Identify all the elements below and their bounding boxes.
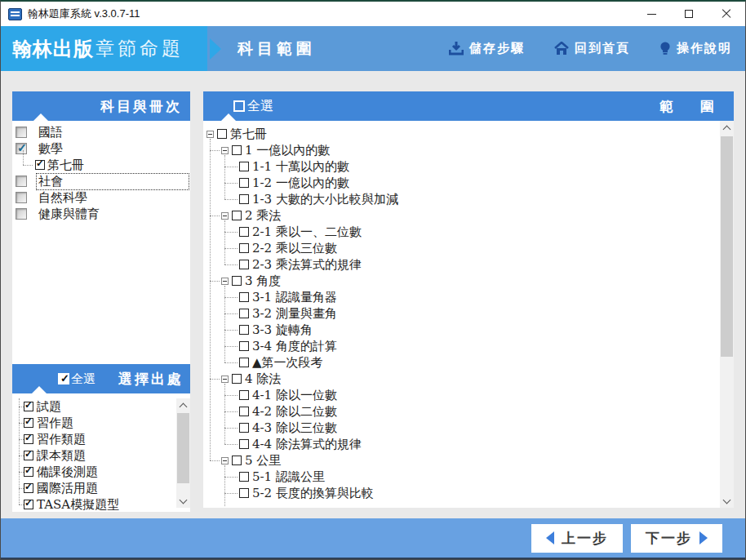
source-row[interactable]: TASA模擬題型 [12, 496, 190, 512]
tree-checkbox[interactable] [239, 358, 249, 367]
volume-row-book7[interactable]: 第七冊 [16, 157, 190, 173]
source-checkbox-checked[interactable] [24, 483, 33, 493]
collapse-icon[interactable] [206, 131, 214, 138]
tree-checkbox[interactable] [239, 325, 249, 335]
tree-checkbox[interactable] [239, 260, 249, 269]
tree-checkbox[interactable] [239, 309, 249, 318]
collapse-icon[interactable] [221, 147, 229, 154]
source-row[interactable]: 課本類題 [12, 447, 190, 464]
scroll-up-button[interactable] [720, 121, 734, 135]
tree-row-section[interactable]: 3-3 旋轉角 [203, 322, 734, 338]
tree-checkbox[interactable] [239, 407, 249, 416]
tree-checkbox[interactable] [232, 456, 242, 465]
source-row[interactable]: 習作題 [12, 415, 190, 431]
scroll-down-button[interactable] [176, 494, 190, 508]
tree-checkbox[interactable] [239, 227, 249, 237]
tree-row-section[interactable]: 4-1 除以一位數 [203, 387, 734, 403]
source-row[interactable]: 試題 [12, 398, 190, 415]
subject-row-social[interactable]: 社會 [16, 173, 190, 189]
subject-checkbox[interactable] [16, 127, 27, 138]
source-checkbox-checked[interactable] [24, 434, 33, 444]
save-icon [449, 42, 464, 56]
scope-scrollbar[interactable] [720, 121, 734, 508]
previous-step-label: 上一步 [562, 529, 608, 548]
scroll-up-button[interactable] [176, 398, 190, 412]
scroll-down-button[interactable] [720, 494, 734, 508]
tree-row-volume[interactable]: 第七冊 [203, 126, 734, 142]
tree-row-chapter[interactable]: 4 除法 [203, 371, 734, 387]
home-button[interactable]: 回到首頁 [554, 41, 630, 56]
tree-row-section[interactable]: 5-1 認識公里 [203, 469, 734, 485]
subject-checkbox[interactable] [16, 208, 27, 220]
tree-checkbox[interactable] [239, 178, 249, 188]
tree-row-chapter[interactable]: 5 公里 [203, 452, 734, 469]
tree-checkbox[interactable] [239, 194, 249, 204]
source-row[interactable]: 習作類題 [12, 431, 190, 447]
volume-checkbox-checked[interactable] [35, 160, 45, 170]
help-button[interactable]: 操作說明 [659, 41, 732, 56]
tree-checkbox[interactable] [217, 129, 227, 139]
tree-row-section[interactable]: 2-2 乘以三位數 [203, 240, 734, 256]
tree-row-section[interactable]: 2-3 乘法算式的規律 [203, 256, 734, 273]
subject-checkbox[interactable] [16, 176, 27, 187]
tree-row-chapter[interactable]: 2 乘法 [203, 207, 734, 224]
tree-row-section[interactable]: 1-3 大數的大小比較與加減 [203, 191, 734, 207]
tree-row-chapter[interactable]: 1 一億以內的數 [203, 142, 734, 158]
tree-checkbox[interactable] [239, 390, 249, 400]
maximize-button[interactable] [670, 2, 708, 26]
subject-checkbox-checked[interactable] [16, 143, 27, 154]
source-row[interactable]: 備課後測題 [12, 464, 190, 480]
tree-checkbox[interactable] [239, 472, 249, 482]
source-checkbox-checked[interactable] [24, 402, 33, 411]
tree-checkbox[interactable] [232, 374, 242, 384]
tree-row-section[interactable]: 3-1 認識量角器 [203, 289, 734, 305]
tree-checkbox[interactable] [239, 423, 249, 433]
tree-label: 2 乘法 [245, 208, 281, 224]
source-checkbox-checked[interactable] [24, 418, 33, 428]
scrollbar-thumb[interactable] [721, 136, 733, 357]
tree-row-section[interactable]: 5-2 長度的換算與比較 [203, 485, 734, 501]
save-steps-button[interactable]: 儲存步驟 [449, 41, 525, 56]
source-row[interactable]: 國際活用題 [12, 480, 190, 496]
tree-row-section[interactable]: 4-4 除法算式的規律 [203, 436, 734, 452]
source-checkbox-checked[interactable] [24, 500, 33, 509]
tree-row-section[interactable]: 4-2 除以二位數 [203, 403, 734, 420]
subject-row-math[interactable]: 數學 [16, 140, 190, 157]
close-button[interactable] [708, 2, 745, 26]
minimize-button[interactable] [633, 2, 670, 26]
collapse-icon[interactable] [221, 457, 229, 464]
sources-scrollbar[interactable] [176, 398, 190, 508]
tree-row-section[interactable]: 3-2 測量與畫角 [203, 305, 734, 322]
collapse-icon[interactable] [221, 376, 229, 383]
tree-checkbox[interactable] [239, 243, 249, 253]
tree-checkbox[interactable] [239, 341, 249, 351]
tree-checkbox[interactable] [239, 439, 249, 449]
source-checkbox-checked[interactable] [24, 467, 33, 477]
tree-row-exam[interactable]: ▲第一次段考 [203, 354, 734, 371]
next-step-button[interactable]: 下一步 [631, 524, 722, 553]
scope-select-all-checkbox[interactable] [233, 100, 245, 112]
subject-row-guoyu[interactable]: 國語 [16, 124, 190, 140]
tree-checkbox[interactable] [239, 292, 249, 302]
tree-line [224, 313, 238, 314]
tree-checkbox[interactable] [232, 276, 242, 286]
source-checkbox-checked[interactable] [24, 451, 33, 460]
subject-checkbox[interactable] [16, 192, 27, 203]
sources-select-all-checkbox[interactable] [58, 373, 69, 384]
subject-row-science[interactable]: 自然科學 [16, 189, 190, 206]
scrollbar-thumb[interactable] [177, 413, 189, 483]
tree-row-section[interactable]: 4-3 除以三位數 [203, 420, 734, 436]
tree-row-chapter[interactable]: 3 角度 [203, 273, 734, 289]
tree-checkbox[interactable] [239, 488, 249, 498]
collapse-icon[interactable] [221, 212, 229, 220]
previous-step-button[interactable]: 上一步 [531, 524, 623, 553]
tree-row-section[interactable]: 3-4 角度的計算 [203, 338, 734, 354]
tree-row-section[interactable]: 1-1 十萬以內的數 [203, 158, 734, 175]
collapse-icon[interactable] [221, 278, 229, 285]
tree-checkbox[interactable] [232, 211, 242, 220]
tree-checkbox[interactable] [239, 162, 249, 171]
tree-row-section[interactable]: 2-1 乘以一、二位數 [203, 224, 734, 240]
tree-checkbox[interactable] [232, 145, 242, 155]
subject-row-health-pe[interactable]: 健康與體育 [16, 206, 190, 222]
tree-row-section[interactable]: 1-2 一億以內的數 [203, 175, 734, 191]
